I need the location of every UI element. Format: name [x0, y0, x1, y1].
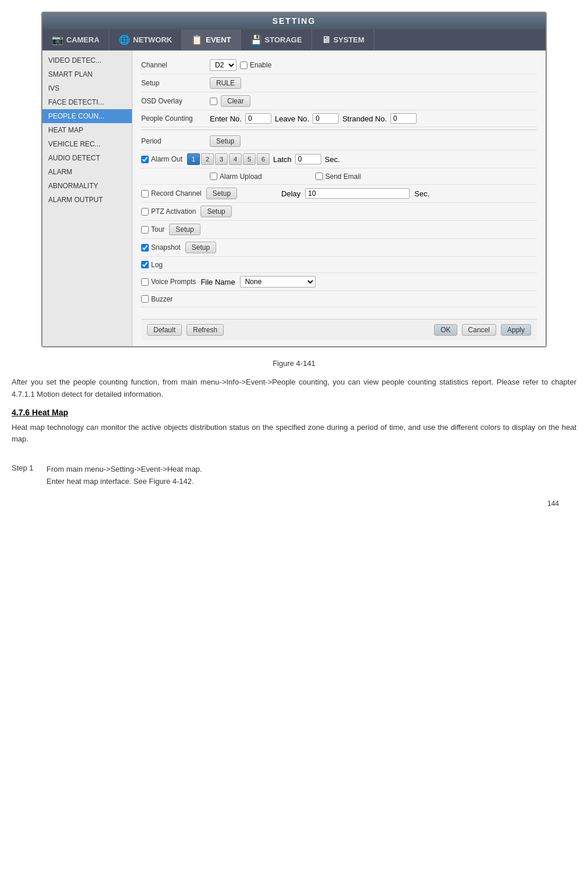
rule-button[interactable]: RULE	[210, 77, 241, 89]
record-channel-checkbox-label[interactable]: Record Channel	[141, 189, 202, 198]
tab-system[interactable]: 🖥 SYSTEM	[312, 30, 374, 50]
send-email-checkbox[interactable]	[315, 173, 323, 180]
default-button[interactable]: Default	[147, 324, 182, 336]
file-name-label: File Name	[200, 278, 235, 286]
people-counting-label: People Counting	[141, 114, 205, 123]
alarm-btn-3[interactable]: 3	[215, 153, 228, 165]
channel-controls: D2 Enable	[210, 59, 271, 71]
top-tabs: 📷 CAMERA 🌐 NETWORK 📋 EVENT 💾 STORAGE 🖥 S…	[42, 30, 546, 51]
record-channel-setup-button[interactable]: Setup	[206, 188, 237, 199]
body-text-2: Heat map technology can monitor the acti…	[12, 422, 576, 446]
ok-button[interactable]: OK	[434, 324, 457, 336]
log-row: Log	[141, 257, 537, 273]
record-channel-left: Record Channel	[141, 189, 202, 198]
settings-dialog: SETTING 📷 CAMERA 🌐 NETWORK 📋 EVENT 💾 STO…	[41, 12, 547, 347]
enable-checkbox[interactable]	[240, 62, 248, 69]
ptz-checkbox[interactable]	[141, 208, 149, 216]
alarm-btn-4[interactable]: 4	[229, 153, 242, 165]
leave-no-label: Leave No.	[275, 114, 309, 123]
record-channel-row: Record Channel Setup Delay Sec.	[141, 185, 537, 203]
sidebar-item-face-detect[interactable]: FACE DETECTI...	[42, 95, 132, 109]
ptz-setup-button[interactable]: Setup	[200, 206, 231, 217]
step1-line2: Enter heat map interface. See Figure 4-1…	[46, 476, 202, 488]
sidebar-item-heat-map[interactable]: HEAT MAP	[42, 123, 132, 137]
send-email-label[interactable]: Send Email	[315, 173, 361, 181]
stranded-no-input[interactable]	[390, 113, 417, 124]
leave-no-input[interactable]	[313, 113, 339, 124]
voice-prompts-checkbox[interactable]	[141, 278, 149, 286]
period-setup-button[interactable]: Setup	[210, 135, 241, 147]
ptz-left: PTZ Activation	[141, 207, 196, 216]
enable-checkbox-label[interactable]: Enable	[240, 61, 271, 69]
apply-button[interactable]: Apply	[501, 324, 531, 336]
snapshot-checkbox[interactable]	[141, 244, 149, 252]
sidebar-item-audio-detect[interactable]: AUDIO DETECT	[42, 151, 132, 165]
alarm-btn-1[interactable]: 1	[187, 153, 200, 165]
sidebar-item-video-detec[interactable]: VIDEO DETEC...	[42, 53, 132, 67]
step1-label: Step 1	[12, 464, 41, 488]
event-icon: 📋	[191, 34, 203, 45]
channel-select[interactable]: D2	[210, 59, 236, 71]
cancel-button[interactable]: Cancel	[462, 324, 496, 336]
sidebar-item-alarm[interactable]: ALARM	[42, 165, 132, 179]
alarm-upload-label[interactable]: Alarm Upload	[210, 173, 262, 181]
page-number: 144	[12, 500, 576, 508]
tab-event[interactable]: 📋 EVENT	[182, 30, 241, 50]
osd-checkbox[interactable]	[210, 98, 217, 105]
alarm-out-row: Alarm Out 1 2 3 4 5 6 Latch Sec.	[141, 150, 537, 168]
separator-1	[141, 130, 537, 130]
sidebar-item-people-counting[interactable]: PEOPLE COUN...	[42, 109, 132, 123]
tour-checkbox-label[interactable]: Tour	[141, 225, 164, 234]
snapshot-checkbox-label[interactable]: Snapshot	[141, 243, 181, 252]
tour-row: Tour Setup	[141, 221, 537, 239]
ptz-activation-row: PTZ Activation Setup	[141, 203, 537, 221]
voice-prompts-row: Voice Prompts File Name None	[141, 273, 537, 291]
log-checkbox[interactable]	[141, 261, 149, 268]
voice-prompts-checkbox-label[interactable]: Voice Prompts	[141, 278, 196, 286]
tour-setup-button[interactable]: Setup	[169, 224, 200, 235]
ptz-checkbox-label[interactable]: PTZ Activation	[141, 207, 196, 216]
sidebar-item-alarm-output[interactable]: ALARM OUTPUT	[42, 193, 132, 207]
record-channel-checkbox[interactable]	[141, 190, 149, 198]
alarm-btn-2[interactable]: 2	[201, 153, 214, 165]
step1-line1: From main menu->Setting->Event->Heat map…	[46, 464, 202, 476]
delay-label: Delay	[281, 189, 300, 198]
alarm-buttons: 1 2 3 4 5 6	[187, 153, 270, 165]
clear-button[interactable]: Clear	[221, 95, 250, 107]
tab-camera[interactable]: 📷 CAMERA	[42, 30, 109, 50]
buzzer-checkbox-label[interactable]: Buzzer	[141, 295, 173, 303]
refresh-button[interactable]: Refresh	[187, 324, 224, 336]
enter-no-input[interactable]	[245, 113, 271, 124]
sidebar-item-vehicle-rec[interactable]: VEHICLE REC...	[42, 137, 132, 151]
snapshot-left: Snapshot	[141, 243, 181, 252]
sidebar-item-smart-plan[interactable]: SMART PLAN	[42, 67, 132, 81]
alarm-out-checkbox[interactable]	[141, 156, 149, 163]
period-label: Period	[141, 137, 205, 145]
enter-no-label: Enter No.	[210, 114, 242, 123]
sidebar-item-abnormality[interactable]: ABNORMALITY	[42, 179, 132, 193]
buzzer-row: Buzzer	[141, 291, 537, 307]
latch-label: Latch	[273, 155, 292, 164]
alarm-out-checkbox-label[interactable]: Alarm Out	[141, 155, 182, 163]
delay-input[interactable]	[305, 188, 410, 199]
tab-storage[interactable]: 💾 STORAGE	[241, 30, 312, 50]
alarm-out-left: Alarm Out	[141, 155, 182, 163]
system-icon: 🖥	[321, 35, 331, 45]
setup-label: Setup	[141, 79, 205, 87]
tab-network[interactable]: 🌐 NETWORK	[109, 30, 182, 50]
snapshot-setup-button[interactable]: Setup	[185, 242, 216, 253]
sidebar-item-ivs[interactable]: IVS	[42, 81, 132, 95]
alarm-btn-group: 1 2 3 4 5 6 Latch Sec.	[187, 153, 340, 165]
alarm-btn-5[interactable]: 5	[243, 153, 256, 165]
alarm-btn-6[interactable]: 6	[257, 153, 270, 165]
buzzer-checkbox[interactable]	[141, 295, 149, 303]
tour-checkbox[interactable]	[141, 226, 149, 234]
file-name-select[interactable]: None	[240, 276, 315, 288]
osd-overlay-row: OSD Overlay Clear	[141, 92, 537, 110]
latch-input[interactable]	[295, 154, 321, 164]
alarm-upload-checkbox[interactable]	[210, 173, 217, 180]
sidebar: VIDEO DETEC... SMART PLAN IVS FACE DETEC…	[42, 51, 132, 346]
osd-overlay-label: OSD Overlay	[141, 97, 205, 105]
delay-sec-label: Sec.	[414, 189, 429, 198]
log-checkbox-label[interactable]: Log	[141, 261, 163, 269]
